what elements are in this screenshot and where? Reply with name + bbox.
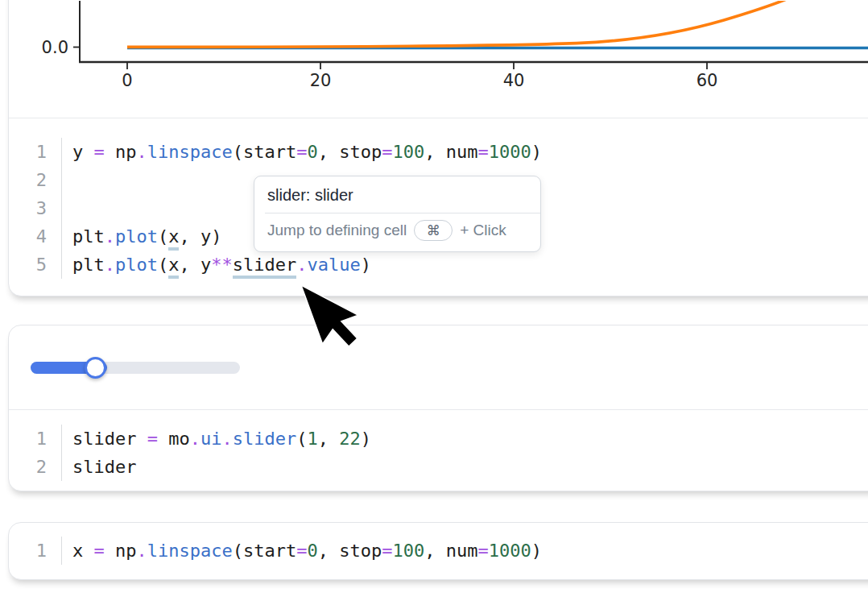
xtick-label: 20 [310,71,332,90]
code-text: plt.plot(x, y**slider.value) [62,251,371,279]
line-number: 1 [9,425,62,453]
cmd-key-badge: ⌘ [414,220,453,241]
xtick-label: 0 [122,71,132,90]
underlined-reference[interactable]: slider [233,255,296,279]
code-text: y = np.linspace(start=0, stop=100, num=1… [62,138,542,166]
code-line[interactable]: 1x = np.linspace(start=0, stop=100, num=… [9,537,868,565]
line-number: 1 [9,537,62,565]
xtick-label: 60 [696,71,718,90]
ytick-label: 0.0 [42,38,68,57]
code-editor[interactable]: 1x = np.linspace(start=0, stop=100, num=… [9,523,868,581]
notebook-cell-slider: 1slider = mo.ui.slider(1, 22)2slider [8,325,868,491]
slider-output [9,325,868,410]
notebook-cell-x: 1x = np.linspace(start=0, stop=100, num=… [8,522,868,580]
slider[interactable] [31,362,240,374]
code-line[interactable]: 1slider = mo.ui.slider(1, 22) [9,425,868,453]
code-text: x = np.linspace(start=0, stop=100, num=1… [62,537,542,565]
underlined-reference[interactable]: x [168,226,179,251]
code-text: slider = mo.ui.slider(1, 22) [62,425,371,453]
line-number: 1 [9,138,62,166]
code-text [62,194,72,222]
command-icon: ⌘ [427,222,440,239]
code-text: slider [62,453,136,481]
tooltip-title: slider: slider [254,176,540,213]
click-hint-label: + Click [460,222,506,239]
slider-handle[interactable] [85,357,106,379]
code-line[interactable]: 5plt.plot(x, y**slider.value) [9,251,868,279]
jump-to-defining-cell-label: Jump to defining cell [267,222,407,239]
code-line[interactable]: 2slider [9,453,868,481]
line-number: 4 [9,222,62,251]
line-number: 3 [9,194,62,222]
code-editor[interactable]: 1slider = mo.ui.slider(1, 22)2slider [9,410,868,497]
plot-output: 0.0 0 20 40 60 [9,0,868,118]
line-number: 2 [9,453,62,481]
code-text: plt.plot(x, y) [62,222,221,251]
underlined-reference[interactable]: x [168,255,179,279]
xtick-label: 40 [503,71,525,90]
line-number: 2 [9,166,62,194]
line-number: 5 [9,251,62,279]
matplotlib-figure: 0.0 0 20 40 60 [9,1,868,118]
line-series-orange [127,1,798,47]
code-line[interactable]: 1y = np.linspace(start=0, stop=100, num=… [9,138,868,166]
variable-tooltip: slider: slider Jump to defining cell ⌘ +… [254,176,541,252]
code-text [62,166,72,194]
